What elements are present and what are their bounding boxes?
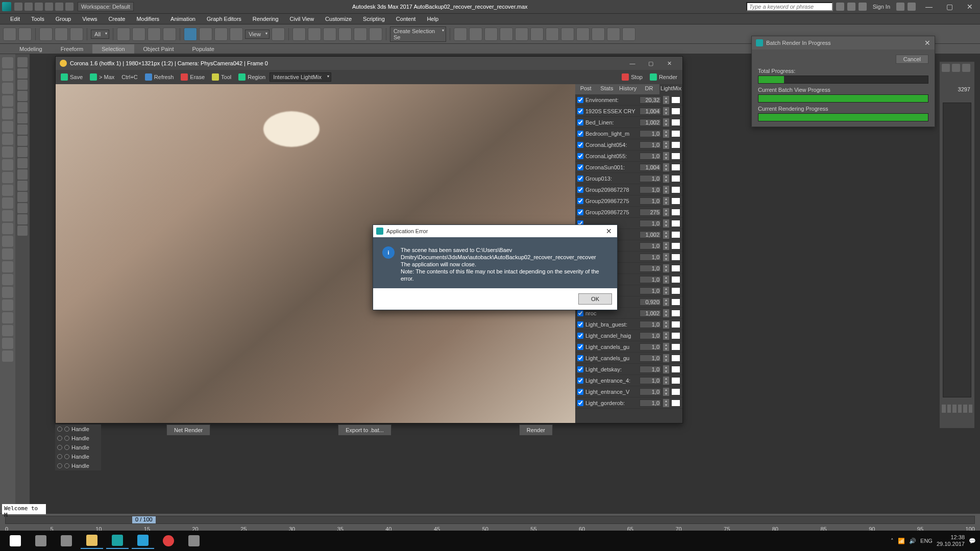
light-check[interactable]: [577, 108, 583, 114]
light-stepper[interactable]: ▲▼: [663, 377, 669, 385]
selection-filter-dropdown[interactable]: All: [91, 30, 109, 39]
light-stepper[interactable]: ▲▼: [663, 197, 669, 205]
eye-icon[interactable]: [57, 463, 62, 468]
ref-coord-dropdown[interactable]: View: [245, 30, 270, 39]
light-check[interactable]: [577, 119, 583, 126]
menu-customize[interactable]: Customize: [320, 15, 357, 23]
menu-rendering[interactable]: Rendering: [248, 15, 284, 23]
render-in-cloud-button[interactable]: [622, 28, 635, 41]
menu-animation[interactable]: Animation: [165, 15, 201, 23]
tool-icon[interactable]: [2, 108, 13, 119]
corona-tab-stats[interactable]: Stats: [596, 84, 617, 94]
tool-icon[interactable]: [17, 203, 28, 213]
light-stepper[interactable]: ▲▼: [663, 130, 669, 138]
panel-icon[interactable]: [952, 405, 957, 413]
error-titlebar[interactable]: Application Error ✕: [373, 225, 617, 237]
light-value[interactable]: 275: [640, 209, 661, 216]
light-value[interactable]: 1,0: [640, 254, 661, 261]
light-check[interactable]: [577, 131, 583, 137]
freeze-icon[interactable]: [64, 436, 69, 441]
tab-selection[interactable]: Selection: [92, 44, 134, 54]
light-check[interactable]: [577, 310, 583, 316]
light-stepper[interactable]: ▲▼: [663, 399, 669, 407]
clock[interactable]: 12:38 29.10.2017: [937, 534, 965, 547]
light-color-swatch[interactable]: [671, 96, 680, 104]
light-value[interactable]: 1,0: [640, 399, 661, 407]
light-stepper[interactable]: ▲▼: [663, 343, 669, 351]
light-stepper[interactable]: ▲▼: [663, 354, 669, 362]
align-button[interactable]: [469, 28, 482, 41]
undo-button[interactable]: [3, 28, 16, 41]
light-value[interactable]: 1,0: [640, 287, 661, 294]
light-color-swatch[interactable]: [671, 332, 680, 339]
light-color-swatch[interactable]: [671, 119, 680, 126]
bind-button[interactable]: [70, 28, 83, 41]
light-value[interactable]: 1,0: [640, 265, 661, 272]
light-value[interactable]: 1,002: [640, 231, 661, 238]
light-check[interactable]: [577, 378, 583, 384]
light-color-swatch[interactable]: [671, 186, 680, 193]
maxscript-listener[interactable]: Welcome to M: [2, 504, 46, 514]
light-check[interactable]: [577, 321, 583, 328]
light-check[interactable]: [577, 400, 583, 406]
tray-volume-icon[interactable]: 🔊: [909, 538, 916, 544]
panel-icon[interactable]: [969, 405, 973, 413]
light-color-swatch[interactable]: [671, 254, 680, 261]
unlink-button[interactable]: [55, 28, 68, 41]
render-production-button[interactable]: [592, 28, 605, 41]
exchange-icon[interactable]: [896, 3, 904, 11]
light-stepper[interactable]: ▲▼: [663, 141, 669, 149]
freeze-icon[interactable]: [64, 427, 69, 432]
search-input[interactable]: [746, 2, 833, 11]
tool-icon[interactable]: [17, 80, 28, 90]
workspace-dropdown[interactable]: Workspace: Default: [78, 2, 134, 11]
corona-stop[interactable]: Stop: [619, 72, 646, 82]
maximize-button[interactable]: ▢: [939, 3, 960, 11]
tool-icon[interactable]: [2, 236, 13, 247]
undo-icon[interactable]: [45, 3, 53, 11]
tool-icon[interactable]: [2, 172, 13, 183]
rollout-area[interactable]: [943, 103, 971, 397]
user-icon[interactable]: [859, 3, 867, 11]
light-stepper[interactable]: ▲▼: [663, 287, 669, 295]
light-color-swatch[interactable]: [671, 276, 680, 283]
light-check[interactable]: [577, 344, 583, 350]
tool-icon[interactable]: [2, 134, 13, 145]
tool-icon[interactable]: [2, 299, 13, 311]
corona-refresh[interactable]: Refresh: [142, 72, 177, 82]
corona-tool[interactable]: Tool: [209, 72, 234, 82]
tool-icon[interactable]: [2, 83, 13, 94]
tool-icon[interactable]: [2, 121, 13, 132]
light-stepper[interactable]: ▲▼: [663, 163, 669, 171]
light-color-swatch[interactable]: [671, 343, 680, 350]
tool-icon[interactable]: [17, 158, 28, 168]
tool-icon[interactable]: [17, 136, 28, 146]
light-stepper[interactable]: ▲▼: [663, 186, 669, 194]
snap-button[interactable]: [323, 28, 336, 41]
curve-editor-button[interactable]: [515, 28, 528, 41]
tool-icon[interactable]: [2, 223, 13, 234]
light-check[interactable]: [577, 176, 583, 182]
menu-content[interactable]: Content: [391, 15, 421, 23]
light-check[interactable]: [577, 333, 583, 339]
3dsmax-task[interactable]: [106, 533, 129, 549]
light-color-swatch[interactable]: [671, 242, 680, 249]
light-value[interactable]: 1,0: [640, 355, 661, 362]
tool-icon[interactable]: [2, 57, 13, 68]
light-check[interactable]: [577, 164, 583, 170]
tool-icon[interactable]: [2, 197, 13, 209]
tool-icon[interactable]: [2, 312, 13, 323]
explorer-task[interactable]: [81, 533, 103, 549]
render-setup-button[interactable]: [561, 28, 574, 41]
light-value[interactable]: 0,920: [640, 298, 661, 306]
light-stepper[interactable]: ▲▼: [663, 264, 669, 272]
corona-titlebar[interactable]: Corona 1.6 (hotfix 1) | 1980×1321px (1:2…: [56, 57, 682, 70]
render-iterative-button[interactable]: [607, 28, 620, 41]
light-check[interactable]: [577, 97, 583, 103]
panel-icon[interactable]: [942, 405, 946, 413]
eye-icon[interactable]: [57, 436, 62, 441]
tool-icon[interactable]: [17, 192, 28, 202]
tool-icon[interactable]: [2, 70, 13, 81]
light-stepper[interactable]: ▲▼: [663, 174, 669, 183]
light-stepper[interactable]: ▲▼: [663, 152, 669, 160]
